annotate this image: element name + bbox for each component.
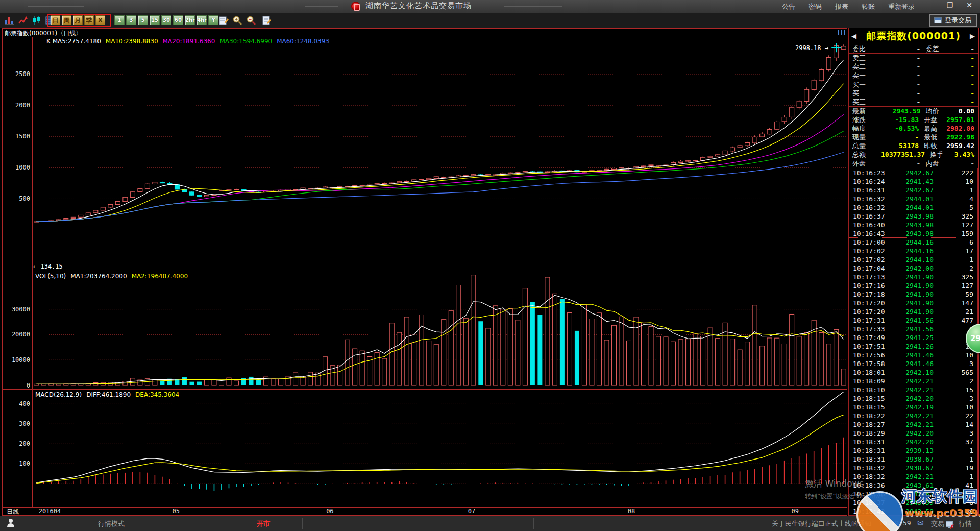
panel-cell: - [948, 81, 974, 88]
x-axis-tick: 201604 [39, 508, 61, 515]
minimize-button[interactable]: — [925, 1, 936, 9]
interval-button-1[interactable]: 1 [114, 15, 125, 25]
login-trade-button[interactable]: 登录交易 [929, 14, 977, 27]
tape-row[interactable]: 10:16:232942.67222 [849, 168, 977, 177]
tape-row[interactable]: 10:18:102942.2115 [849, 385, 977, 394]
tape-row[interactable]: 10:17:582941.463 [849, 359, 977, 368]
tape-row[interactable]: 10:17:312941.56477 [849, 316, 977, 325]
login-window-icon [934, 17, 942, 23]
tape-row[interactable]: 10:17:042942.002 [849, 264, 977, 273]
period-button-月[interactable]: 月 [73, 15, 83, 25]
bar-chart-icon[interactable] [4, 15, 14, 26]
interval-button-15[interactable]: 15 [150, 15, 160, 25]
panel-cell: -15.83 [881, 116, 919, 124]
legend-item: MA2:196407.4000 [132, 273, 188, 280]
volume-pane[interactable]: VOL(5,10)MA1:203764.2000MA2:196407.4000 … [3, 271, 847, 389]
tape-row[interactable]: 10:18:422943.5966 [849, 507, 977, 516]
stat-label: 最低 [924, 133, 946, 142]
chart-region: 邮票指数(000001)〈日线〉 K MA5:2757.4180MA10:239… [2, 28, 847, 516]
menu-重新登录[interactable]: 重新登录 [888, 2, 915, 11]
period-button-日[interactable]: 日 [51, 15, 60, 25]
tape-row[interactable]: 10:18:312939.131 [849, 446, 977, 455]
tape-row[interactable]: 10:17:562941.4610 [849, 351, 977, 359]
tape-row[interactable]: 10:17:162941.90127 [849, 281, 977, 290]
tape-row[interactable]: 10:18:362943.61342 [849, 490, 977, 498]
menu-转账[interactable]: 转账 [862, 2, 875, 11]
interval-button-2hr[interactable]: 2hr [185, 15, 195, 25]
zoom-in-icon[interactable] [232, 15, 242, 26]
edit-note-icon[interactable] [218, 15, 229, 26]
menu-报表[interactable]: 报表 [835, 2, 848, 11]
tape-row[interactable]: 10:16:402943.98127 [849, 221, 977, 229]
menu-密码[interactable]: 密码 [808, 2, 822, 11]
time-sales-list[interactable]: 10:16:232942.6722210:16:242941.431010:16… [848, 168, 978, 516]
macd-pane[interactable]: MACD(26,12,9)DIFF:461.1890DEA:345.3604 1… [3, 389, 847, 507]
notepad-icon[interactable] [261, 15, 272, 26]
layout-split-icon[interactable] [838, 30, 845, 35]
tape-row[interactable]: 10:16:432943.98159 [849, 229, 977, 238]
tape-row[interactable]: 10:17:202941.90147 [849, 299, 977, 307]
tape-row[interactable]: 10:18:272942.2114 [849, 420, 977, 429]
trend-icon[interactable] [18, 15, 28, 26]
menu-公告[interactable]: 公告 [782, 2, 795, 11]
tape-row[interactable]: 10:18:152942.1910 [849, 403, 977, 412]
period-button-X[interactable]: X [95, 15, 105, 25]
legend-item: MA30:1594.6990 [219, 38, 272, 45]
tape-row[interactable]: 10:17:132941.90325 [849, 273, 977, 281]
legend-item: DEA:345.3604 [135, 391, 179, 398]
user-icon[interactable] [7, 519, 14, 528]
panel-cell: - [881, 54, 920, 62]
tape-row[interactable]: 10:17:332941.565 [849, 325, 977, 333]
tape-row[interactable]: 10:18:322942.211 [849, 472, 977, 481]
trade-status-label[interactable]: 交易 [931, 519, 944, 528]
tape-row[interactable]: 10:17:182941.9059 [849, 290, 977, 299]
period-button-季[interactable]: 季 [84, 15, 94, 25]
interval-button-30[interactable]: 30 [161, 15, 172, 25]
tape-row[interactable]: 10:16:322944.015 [849, 203, 977, 212]
restore-button[interactable]: ❐ [944, 1, 955, 9]
x-axis-tick: 05 [173, 508, 180, 515]
quote-status-label[interactable]: 行情 [959, 519, 972, 528]
kline-pane[interactable]: K MA5:2757.4180MA10:2398.8830MA20:1891.6… [3, 37, 847, 271]
period-button-周[interactable]: 周 [62, 15, 71, 25]
next-instrument-arrow[interactable]: ▶ [970, 32, 975, 40]
tape-row[interactable]: 10:17:492941.251 [849, 333, 977, 342]
tape-row[interactable]: 10:16:322944.014 [849, 195, 977, 203]
stat-label: 最新 [852, 107, 881, 116]
tape-row[interactable]: 10:18:092942.212 [849, 377, 977, 385]
interval-button-5[interactable]: 5 [138, 15, 148, 25]
interval-button-3[interactable]: 3 [126, 15, 136, 25]
notice-link[interactable]: 关于民生银行端口正式上线的通知 [772, 519, 871, 528]
y-axis-tick: 30000 [4, 306, 30, 313]
zoom-out-icon[interactable] [246, 15, 256, 26]
tape-row[interactable]: 10:18:012942.10565 [849, 368, 977, 377]
weibi-section: 委比-委差- [848, 44, 978, 54]
interval-button-Y[interactable]: Y [208, 15, 218, 25]
tape-row[interactable]: 10:17:022944.1617 [849, 247, 977, 255]
tape-row[interactable]: 10:18:292942.203 [849, 429, 977, 438]
interval-button-60[interactable]: 60 [173, 15, 183, 25]
tape-row[interactable]: 10:18:312942.2037 [849, 438, 977, 446]
panel-cell: 2959.42 [946, 142, 974, 150]
tape-row[interactable]: 10:18:362943.6141 [849, 481, 977, 490]
tape-row[interactable]: 10:17:022944.101 [849, 255, 977, 264]
tape-row[interactable]: 10:18:322938.6719 [849, 464, 977, 472]
tape-row[interactable]: 10:17:202941.9021 [849, 307, 977, 316]
tape-row[interactable]: 10:16:242941.4310 [849, 177, 977, 186]
outer-label: 外盘 [852, 159, 881, 168]
tape-row[interactable]: 10:17:512941.2613 [849, 342, 977, 351]
tape-row[interactable]: 10:16:372943.98325 [849, 212, 977, 221]
panel-cell: 0.00 [948, 107, 974, 115]
tape-row[interactable]: 10:16:312942.671 [849, 186, 977, 195]
tape-row[interactable]: 10:18:152942.203 [849, 394, 977, 403]
tape-row[interactable]: 10:18:222942.2122 [849, 412, 977, 420]
panel-cell: 2922.98 [946, 133, 974, 141]
mail-icon[interactable]: ✉ [917, 518, 924, 527]
tape-row[interactable]: 10:18:372943.598 [849, 498, 977, 507]
tape-row[interactable]: 10:18:312938.671 [849, 455, 977, 464]
prev-instrument-arrow[interactable]: ◀ [851, 32, 857, 40]
close-button[interactable]: ✕ [964, 1, 975, 9]
interval-button-4hr[interactable]: 4hr [197, 15, 207, 25]
candlestick-icon[interactable] [32, 15, 42, 26]
tape-row[interactable]: 10:17:002944.166 [849, 238, 977, 247]
